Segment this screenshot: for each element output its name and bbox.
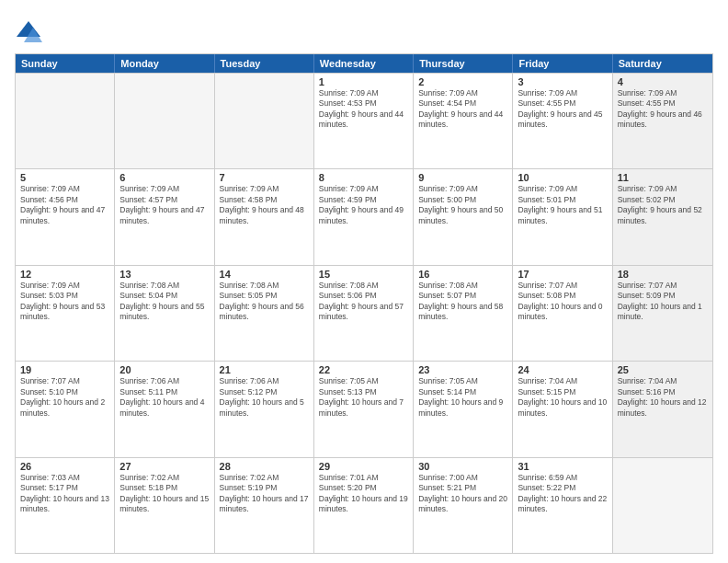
day-number: 16 bbox=[418, 269, 507, 280]
calendar-cell: 27Sunrise: 7:02 AMSunset: 5:18 PMDayligh… bbox=[115, 458, 214, 553]
calendar-cell: 28Sunrise: 7:02 AMSunset: 5:19 PMDayligh… bbox=[215, 458, 314, 553]
day-number: 19 bbox=[20, 364, 109, 375]
calendar-cell: 14Sunrise: 7:08 AMSunset: 5:05 PMDayligh… bbox=[215, 266, 314, 361]
calendar-cell: 30Sunrise: 7:00 AMSunset: 5:21 PMDayligh… bbox=[414, 458, 513, 553]
calendar-cell bbox=[215, 74, 314, 168]
day-info: Sunrise: 7:09 AMSunset: 4:58 PMDaylight:… bbox=[220, 184, 309, 226]
day-number: 18 bbox=[618, 269, 708, 280]
day-info: Sunrise: 7:08 AMSunset: 5:05 PMDaylight:… bbox=[220, 281, 309, 323]
calendar-cell bbox=[16, 74, 115, 168]
day-info: Sunrise: 7:02 AMSunset: 5:19 PMDaylight:… bbox=[220, 473, 309, 515]
day-number: 23 bbox=[418, 364, 507, 375]
day-info: Sunrise: 7:07 AMSunset: 5:09 PMDaylight:… bbox=[618, 281, 708, 323]
calendar-body: 1Sunrise: 7:09 AMSunset: 4:53 PMDaylight… bbox=[16, 73, 712, 553]
day-number: 20 bbox=[119, 364, 209, 375]
calendar-cell: 12Sunrise: 7:09 AMSunset: 5:03 PMDayligh… bbox=[16, 266, 115, 361]
day-number: 26 bbox=[20, 461, 109, 472]
day-info: Sunrise: 7:07 AMSunset: 5:08 PMDaylight:… bbox=[518, 281, 607, 323]
calendar-cell: 2Sunrise: 7:09 AMSunset: 4:54 PMDaylight… bbox=[414, 74, 513, 168]
calendar-cell: 9Sunrise: 7:09 AMSunset: 5:00 PMDaylight… bbox=[414, 169, 513, 264]
calendar-row: 19Sunrise: 7:07 AMSunset: 5:10 PMDayligh… bbox=[16, 361, 712, 456]
calendar-row: 5Sunrise: 7:09 AMSunset: 4:56 PMDaylight… bbox=[16, 168, 712, 264]
day-number: 3 bbox=[518, 76, 607, 87]
calendar-cell bbox=[613, 458, 712, 553]
day-info: Sunrise: 7:04 AMSunset: 5:16 PMDaylight:… bbox=[618, 376, 708, 419]
calendar-cell: 23Sunrise: 7:05 AMSunset: 5:14 PMDayligh… bbox=[414, 362, 513, 456]
day-info: Sunrise: 7:09 AMSunset: 4:55 PMDaylight:… bbox=[518, 88, 607, 131]
logo bbox=[15, 18, 46, 46]
calendar-cell: 29Sunrise: 7:01 AMSunset: 5:20 PMDayligh… bbox=[314, 458, 414, 553]
day-info: Sunrise: 7:06 AMSunset: 5:11 PMDaylight:… bbox=[119, 376, 209, 419]
calendar-cell: 19Sunrise: 7:07 AMSunset: 5:10 PMDayligh… bbox=[16, 362, 115, 456]
page-header bbox=[15, 15, 713, 46]
day-number: 14 bbox=[220, 269, 309, 280]
calendar-cell: 24Sunrise: 7:04 AMSunset: 5:15 PMDayligh… bbox=[513, 362, 612, 456]
day-number: 22 bbox=[319, 364, 408, 375]
day-header: Monday bbox=[115, 54, 214, 73]
day-number: 25 bbox=[618, 364, 708, 375]
calendar-cell: 15Sunrise: 7:08 AMSunset: 5:06 PMDayligh… bbox=[314, 266, 414, 361]
calendar-row: 12Sunrise: 7:09 AMSunset: 5:03 PMDayligh… bbox=[16, 265, 712, 361]
day-number: 21 bbox=[220, 364, 309, 375]
calendar-cell: 11Sunrise: 7:09 AMSunset: 5:02 PMDayligh… bbox=[613, 169, 712, 264]
day-number: 27 bbox=[119, 461, 209, 472]
page-container: SundayMondayTuesdayWednesdayThursdayFrid… bbox=[0, 0, 728, 563]
day-number: 10 bbox=[518, 172, 607, 183]
day-info: Sunrise: 7:02 AMSunset: 5:18 PMDaylight:… bbox=[119, 473, 209, 515]
day-info: Sunrise: 7:07 AMSunset: 5:10 PMDaylight:… bbox=[20, 376, 109, 419]
calendar-cell: 13Sunrise: 7:08 AMSunset: 5:04 PMDayligh… bbox=[115, 266, 214, 361]
day-info: Sunrise: 7:00 AMSunset: 5:21 PMDaylight:… bbox=[418, 473, 507, 515]
day-header: Saturday bbox=[613, 54, 712, 73]
day-number: 13 bbox=[119, 269, 209, 280]
day-number: 9 bbox=[418, 172, 507, 183]
calendar-cell: 16Sunrise: 7:08 AMSunset: 5:07 PMDayligh… bbox=[414, 266, 513, 361]
calendar-cell: 20Sunrise: 7:06 AMSunset: 5:11 PMDayligh… bbox=[115, 362, 214, 456]
calendar-cell bbox=[115, 74, 214, 168]
calendar-cell: 8Sunrise: 7:09 AMSunset: 4:59 PMDaylight… bbox=[314, 169, 414, 264]
day-info: Sunrise: 7:05 AMSunset: 5:13 PMDaylight:… bbox=[319, 376, 408, 419]
day-number: 15 bbox=[319, 269, 408, 280]
calendar-cell: 4Sunrise: 7:09 AMSunset: 4:55 PMDaylight… bbox=[613, 74, 712, 168]
calendar-cell: 21Sunrise: 7:06 AMSunset: 5:12 PMDayligh… bbox=[215, 362, 314, 456]
day-info: Sunrise: 7:08 AMSunset: 5:06 PMDaylight:… bbox=[319, 281, 408, 323]
day-number: 31 bbox=[518, 461, 607, 472]
calendar-cell: 1Sunrise: 7:09 AMSunset: 4:53 PMDaylight… bbox=[314, 74, 414, 168]
day-info: Sunrise: 7:09 AMSunset: 5:00 PMDaylight:… bbox=[418, 184, 507, 226]
day-info: Sunrise: 7:01 AMSunset: 5:20 PMDaylight:… bbox=[319, 473, 408, 515]
day-number: 29 bbox=[319, 461, 408, 472]
day-info: Sunrise: 7:09 AMSunset: 4:53 PMDaylight:… bbox=[319, 88, 408, 131]
day-number: 8 bbox=[319, 172, 408, 183]
calendar: SundayMondayTuesdayWednesdayThursdayFrid… bbox=[15, 53, 713, 554]
day-info: Sunrise: 7:04 AMSunset: 5:15 PMDaylight:… bbox=[518, 376, 607, 419]
day-number: 5 bbox=[20, 172, 109, 183]
day-number: 4 bbox=[618, 76, 708, 87]
day-info: Sunrise: 7:09 AMSunset: 4:55 PMDaylight:… bbox=[618, 88, 708, 131]
day-info: Sunrise: 7:09 AMSunset: 4:56 PMDaylight:… bbox=[20, 184, 109, 226]
day-info: Sunrise: 7:09 AMSunset: 5:01 PMDaylight:… bbox=[518, 184, 607, 226]
day-info: Sunrise: 7:05 AMSunset: 5:14 PMDaylight:… bbox=[418, 376, 507, 419]
day-info: Sunrise: 7:09 AMSunset: 5:03 PMDaylight:… bbox=[20, 281, 109, 323]
day-info: Sunrise: 7:06 AMSunset: 5:12 PMDaylight:… bbox=[220, 376, 309, 419]
day-number: 30 bbox=[418, 461, 507, 472]
calendar-cell: 17Sunrise: 7:07 AMSunset: 5:08 PMDayligh… bbox=[513, 266, 612, 361]
day-number: 1 bbox=[319, 76, 408, 87]
day-info: Sunrise: 7:09 AMSunset: 4:54 PMDaylight:… bbox=[418, 88, 507, 131]
day-info: Sunrise: 6:59 AMSunset: 5:22 PMDaylight:… bbox=[518, 473, 607, 515]
calendar-header: SundayMondayTuesdayWednesdayThursdayFrid… bbox=[16, 54, 712, 73]
day-header: Tuesday bbox=[215, 54, 314, 73]
calendar-cell: 5Sunrise: 7:09 AMSunset: 4:56 PMDaylight… bbox=[16, 169, 115, 264]
day-header: Sunday bbox=[16, 54, 115, 73]
day-number: 2 bbox=[418, 76, 507, 87]
day-number: 11 bbox=[618, 172, 708, 183]
calendar-cell: 26Sunrise: 7:03 AMSunset: 5:17 PMDayligh… bbox=[16, 458, 115, 553]
day-header: Wednesday bbox=[314, 54, 414, 73]
calendar-cell: 3Sunrise: 7:09 AMSunset: 4:55 PMDaylight… bbox=[513, 74, 612, 168]
calendar-cell: 6Sunrise: 7:09 AMSunset: 4:57 PMDaylight… bbox=[115, 169, 214, 264]
day-number: 7 bbox=[220, 172, 309, 183]
calendar-row: 1Sunrise: 7:09 AMSunset: 4:53 PMDaylight… bbox=[16, 73, 712, 168]
day-header: Friday bbox=[513, 54, 612, 73]
logo-icon bbox=[15, 18, 42, 46]
calendar-row: 26Sunrise: 7:03 AMSunset: 5:17 PMDayligh… bbox=[16, 457, 712, 553]
day-header: Thursday bbox=[414, 54, 513, 73]
day-info: Sunrise: 7:09 AMSunset: 5:02 PMDaylight:… bbox=[618, 184, 708, 226]
